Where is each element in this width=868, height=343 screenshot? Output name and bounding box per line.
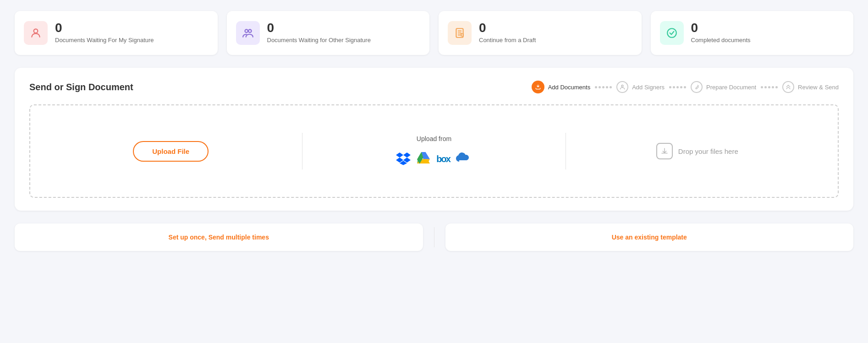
upload-from-label: Upload from <box>417 135 451 142</box>
step-add-documents[interactable]: Add Documents <box>532 81 591 93</box>
svg-point-6 <box>621 85 623 87</box>
sign-panel-title: Send or Sign Document <box>29 82 133 93</box>
completed-icon <box>660 21 684 45</box>
cloud-icons: box <box>396 151 472 167</box>
step-prepare-document-icon <box>691 81 703 93</box>
waiting-my-sig-label: Documents Waiting For My Signature <box>55 36 154 44</box>
drop-zone[interactable]: Upload File Upload from <box>29 104 839 198</box>
step-add-signers-label: Add Signers <box>632 84 665 91</box>
sign-panel: Send or Sign Document Add Documents <box>15 68 853 211</box>
step-prepare-document-label: Prepare Document <box>706 84 756 91</box>
drop-here-label: Drop your files here <box>678 147 738 155</box>
waiting-other-sig-icon <box>236 21 260 45</box>
svg-point-5 <box>667 28 676 38</box>
step-review-send[interactable]: Review & Send <box>782 81 839 93</box>
stat-cards-row: 0 Documents Waiting For My Signature 0 D… <box>15 11 853 55</box>
waiting-my-sig-count: 0 <box>55 22 154 34</box>
step-add-documents-circle <box>532 81 544 93</box>
sign-panel-header: Send or Sign Document Add Documents <box>29 81 839 93</box>
drop-here-section: Drop your files here <box>566 143 829 159</box>
step-review-send-label: Review & Send <box>798 84 839 91</box>
step-dots-1 <box>595 86 612 88</box>
svg-point-1 <box>245 29 248 33</box>
step-add-signers[interactable]: Add Signers <box>616 81 665 93</box>
upload-file-button[interactable]: Upload File <box>133 141 209 162</box>
stat-card-completed[interactable]: 0 Completed documents <box>651 11 854 55</box>
bottom-card-setup-once[interactable]: Set up once, Send multiple times <box>15 223 423 251</box>
waiting-other-sig-label: Documents Waiting for Other Signature <box>267 36 371 44</box>
step-add-signers-icon <box>616 81 628 93</box>
step-review-send-icon <box>782 81 794 93</box>
upload-from-section: Upload from <box>302 135 565 167</box>
waiting-my-sig-icon <box>24 21 48 45</box>
dropbox-icon[interactable] <box>396 151 411 167</box>
bottom-cards-divider <box>434 227 434 247</box>
existing-template-label: Use an existing template <box>612 234 687 241</box>
gdrive-icon[interactable] <box>416 151 431 167</box>
stat-card-waiting-other-sig[interactable]: 0 Documents Waiting for Other Signature <box>227 11 430 55</box>
bottom-cards-row: Set up once, Send multiple times Use an … <box>15 223 853 251</box>
draft-count: 0 <box>479 22 536 34</box>
completed-count: 0 <box>691 22 751 34</box>
stat-card-draft[interactable]: 0 Continue from a Draft <box>439 11 642 55</box>
stat-card-waiting-my-sig[interactable]: 0 Documents Waiting For My Signature <box>15 11 218 55</box>
svg-point-2 <box>248 29 252 33</box>
step-prepare-document[interactable]: Prepare Document <box>691 81 756 93</box>
step-add-documents-label: Add Documents <box>548 84 591 91</box>
upload-file-section: Upload File <box>39 141 302 162</box>
setup-once-label: Set up once, Send multiple times <box>169 234 269 241</box>
steps-row: Add Documents Add Signers <box>532 81 839 93</box>
step-dots-2 <box>669 86 686 88</box>
bottom-card-existing-template[interactable]: Use an existing template <box>445 223 854 251</box>
box-icon[interactable]: box <box>436 152 450 166</box>
step-dots-3 <box>761 86 778 88</box>
svg-point-0 <box>34 29 38 33</box>
drop-here-icon <box>656 143 673 159</box>
draft-icon <box>448 21 472 45</box>
draft-label: Continue from a Draft <box>479 36 536 44</box>
onedrive-icon[interactable] <box>456 152 472 166</box>
completed-label: Completed documents <box>691 36 751 44</box>
waiting-other-sig-count: 0 <box>267 22 371 34</box>
